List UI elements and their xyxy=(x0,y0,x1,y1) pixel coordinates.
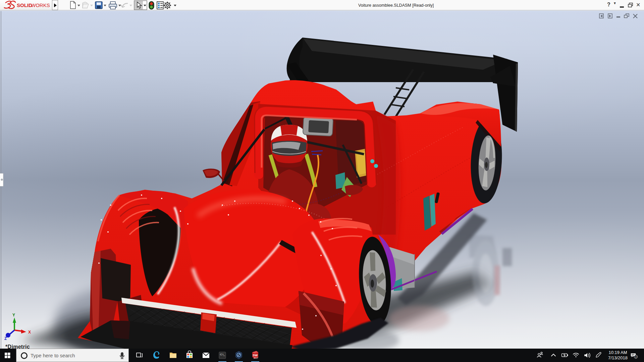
svg-text:Z: Z xyxy=(4,336,7,341)
svg-text:SW: SW xyxy=(253,353,258,357)
svg-text:2: 2 xyxy=(635,356,637,358)
svg-text:Y: Y xyxy=(12,313,15,317)
svg-text:X: X xyxy=(28,330,31,335)
svg-text:2017: 2017 xyxy=(254,357,258,359)
svg-text:C:\_: C:\_ xyxy=(220,353,225,356)
svg-text:WORKS: WORKS xyxy=(31,2,50,8)
svg-text:SOLID: SOLID xyxy=(17,2,32,8)
